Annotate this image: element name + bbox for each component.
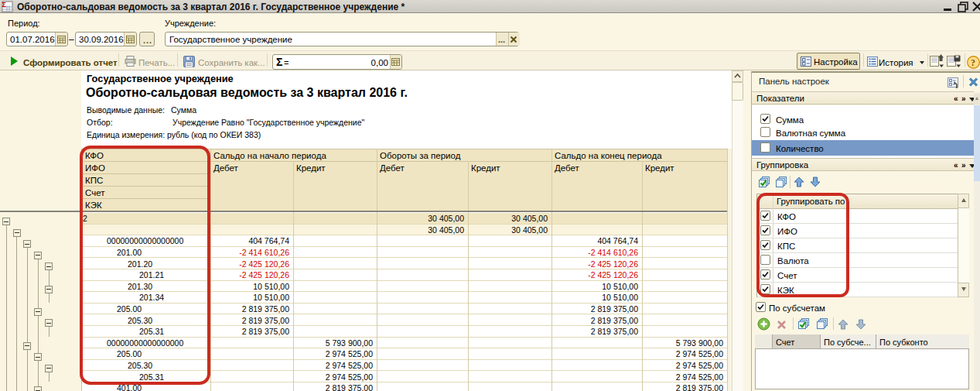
svg-text:?: ? — [971, 57, 975, 68]
svg-text:Σ: Σ — [2, 1, 7, 9]
